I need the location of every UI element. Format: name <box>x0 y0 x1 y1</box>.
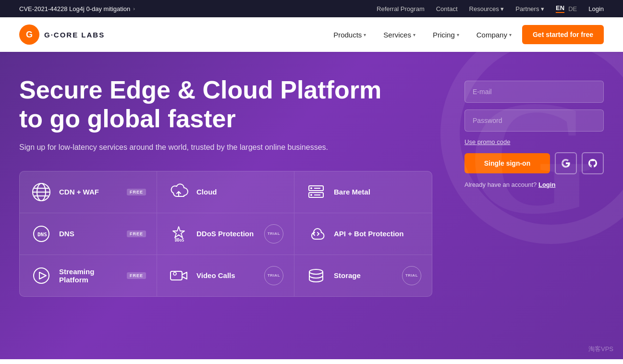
video-icon <box>168 265 190 287</box>
service-row-1: CDN + WAF FREE Cloud <box>20 171 432 213</box>
bare-metal-cell[interactable]: Bare Metal <box>294 171 432 213</box>
cloud-icon <box>168 181 190 203</box>
video-trial-badge: TRIAL <box>264 266 283 285</box>
language-switcher: EN DE <box>556 4 577 13</box>
hero-section: Secure Edge & Cloud Platform to go globa… <box>0 52 623 359</box>
dns-icon: DNS <box>30 223 52 245</box>
sso-button[interactable]: Single sign-on <box>464 153 550 173</box>
svg-point-7 <box>310 187 312 189</box>
nav-products[interactable]: Products ▾ <box>327 27 373 43</box>
streaming-cell[interactable]: Streaming Platform FREE <box>20 255 157 296</box>
dns-cell[interactable]: DNS DNS FREE <box>20 213 157 255</box>
cdn-free-badge: FREE <box>127 189 146 195</box>
email-input[interactable] <box>464 81 604 103</box>
alert-chevron: › <box>133 6 135 12</box>
logo[interactable]: G G·CORE LABS <box>19 24 105 45</box>
company-caret: ▾ <box>509 32 512 37</box>
server-icon <box>305 181 327 203</box>
services-caret: ▾ <box>413 32 415 37</box>
nav-links: Products ▾ Services ▾ Pricing ▾ Company … <box>327 25 604 44</box>
svg-point-17 <box>173 272 176 275</box>
password-input[interactable] <box>464 109 604 132</box>
svg-rect-16 <box>171 271 182 280</box>
service-grid: CDN + WAF FREE Cloud <box>19 171 432 297</box>
dns-label: DNS <box>59 230 120 238</box>
svg-point-18 <box>309 269 323 274</box>
google-oauth-button[interactable] <box>555 152 577 174</box>
alert-banner[interactable]: CVE-2021-44228 Log4j 0-day mitigation › <box>19 5 135 12</box>
ddos-label: DDoS Protection <box>196 230 257 238</box>
lang-en[interactable]: EN <box>556 4 564 13</box>
top-bar-right: Referral Program Contact Resources ▾ Par… <box>377 4 604 13</box>
api-bot-icon <box>305 223 327 245</box>
sso-row: Single sign-on <box>464 152 604 174</box>
contact-link[interactable]: Contact <box>436 5 458 12</box>
get-started-button[interactable]: Get started for free <box>522 25 604 44</box>
api-bot-label: API + Bot Protection <box>334 230 421 238</box>
globe-icon <box>30 181 52 203</box>
bare-metal-label: Bare Metal <box>334 188 421 196</box>
storage-icon <box>305 265 327 287</box>
pricing-caret: ▾ <box>457 32 459 37</box>
login-footer: Already have an account? Login <box>464 181 604 188</box>
login-link[interactable]: Login <box>538 181 555 188</box>
api-bot-cell[interactable]: API + Bot Protection <box>294 213 432 255</box>
service-row-3: Streaming Platform FREE Video Calls <box>20 255 432 296</box>
ddos-icon: DDoS <box>168 223 190 245</box>
logo-icon: G <box>19 24 39 45</box>
nav-services[interactable]: Services ▾ <box>377 27 422 43</box>
navbar: G G·CORE LABS Products ▾ Services ▾ Pric… <box>0 17 623 52</box>
storage-label: Storage <box>334 271 395 279</box>
streaming-label: Streaming Platform <box>59 267 120 284</box>
ddos-trial-badge: TRIAL <box>264 224 283 243</box>
resources-link[interactable]: Resources ▾ <box>469 5 504 12</box>
hero-left: Secure Edge & Cloud Platform to go globa… <box>19 76 432 297</box>
nav-company[interactable]: Company ▾ <box>470 27 518 43</box>
play-icon <box>30 265 52 287</box>
ddos-cell[interactable]: DDoS DDoS Protection TRIAL <box>157 213 294 255</box>
cloud-cell[interactable]: Cloud <box>157 171 294 213</box>
nav-pricing[interactable]: Pricing ▾ <box>426 27 466 43</box>
referral-link[interactable]: Referral Program <box>377 5 425 12</box>
watermark: 淘客VPS <box>588 345 613 353</box>
svg-marker-15 <box>39 272 46 279</box>
promo-code-link[interactable]: Use promo code <box>464 138 604 146</box>
svg-point-14 <box>34 268 49 283</box>
cdn-waf-cell[interactable]: CDN + WAF FREE <box>20 171 157 213</box>
top-bar: CVE-2021-44228 Log4j 0-day mitigation › … <box>0 0 623 17</box>
cloud-label: Cloud <box>196 188 283 196</box>
login-panel: Use promo code Single sign-on <box>464 81 604 188</box>
storage-trial-badge: TRIAL <box>402 266 421 285</box>
hero-subtitle: Sign up for low-latency services around … <box>19 143 432 152</box>
topbar-login[interactable]: Login <box>588 5 604 12</box>
lang-de[interactable]: DE <box>568 5 577 12</box>
partners-link[interactable]: Partners ▾ <box>515 5 544 12</box>
cdn-waf-label: CDN + WAF <box>59 188 120 196</box>
video-calls-cell[interactable]: Video Calls TRIAL <box>157 255 294 296</box>
video-calls-label: Video Calls <box>196 271 257 279</box>
login-form: Use promo code Single sign-on <box>464 81 604 188</box>
alert-text: CVE-2021-44228 Log4j 0-day mitigation <box>19 5 130 12</box>
logo-wordmark: G·CORE LABS <box>44 31 105 39</box>
svg-point-8 <box>310 194 312 196</box>
dns-free-badge: FREE <box>127 231 146 237</box>
svg-text:DDoS: DDoS <box>175 238 184 243</box>
hero-title: Secure Edge & Cloud Platform to go globa… <box>19 76 432 133</box>
service-row-2: DNS DNS FREE DDoS DDoS Pr <box>20 213 432 255</box>
storage-cell[interactable]: Storage TRIAL <box>294 255 432 296</box>
streaming-free-badge: FREE <box>127 272 146 279</box>
svg-text:DNS: DNS <box>37 231 47 238</box>
products-caret: ▾ <box>364 32 366 37</box>
github-oauth-button[interactable] <box>582 152 604 174</box>
